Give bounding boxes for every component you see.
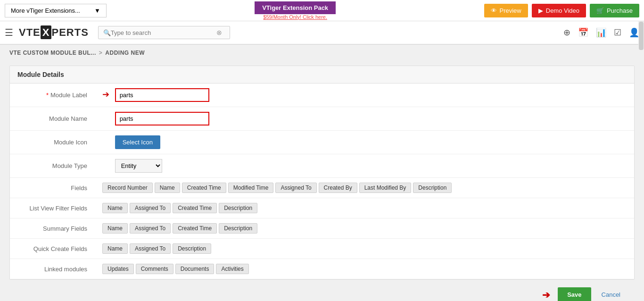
- summary-fields-row: Summary Fields Name Assigned To Created …: [10, 218, 634, 239]
- fields-row: Fields Record Number Name Created Time M…: [10, 178, 634, 198]
- list-view-filter-tag-group: Name Assigned To Created Time Descriptio…: [102, 203, 627, 213]
- module-type-label: Module Type: [10, 154, 95, 178]
- search-icon: 🔍: [103, 29, 111, 36]
- module-icon-cell: ➔ Select Icon: [95, 131, 634, 154]
- preview-icon: 👁: [491, 7, 497, 14]
- tag-created-by: Created By: [319, 183, 357, 193]
- sf-tag-name: Name: [102, 223, 128, 234]
- fields-label: Fields: [10, 178, 95, 198]
- list-view-filter-label: List View Filter Fields: [10, 198, 95, 218]
- banner-left: More vTiger Extensions... ▼: [5, 4, 107, 17]
- quick-create-fields-label: Quick Create Fields: [10, 239, 95, 259]
- user-icon[interactable]: 👤: [629, 27, 639, 38]
- lvf-tag-description: Description: [219, 203, 257, 213]
- purchase-label: Purchase: [607, 7, 633, 14]
- module-icon-label: Module Icon: [10, 131, 95, 154]
- demo-video-button[interactable]: ▶ Demo Video: [532, 4, 586, 17]
- fields-cell: Record Number Name Created Time Modified…: [95, 178, 634, 198]
- qc-tag-assigned-to: Assigned To: [130, 243, 171, 254]
- search-bar[interactable]: 🔍 ⊗: [98, 26, 230, 39]
- extensions-dropdown[interactable]: More vTiger Extensions... ▼: [5, 4, 107, 17]
- module-name-label: Module Name: [10, 107, 95, 131]
- module-label-row: *Module Label ➔: [10, 84, 634, 107]
- banner-right: 👁 Preview ▶ Demo Video 🛒 Purchase: [484, 4, 639, 17]
- main-nav: ☰ VTEXPERTS 🔍 ⊗ ⊕ 📅 📊 ☑ 👤: [0, 21, 644, 45]
- tag-assigned-to: Assigned To: [275, 183, 316, 193]
- qc-tag-description: Description: [173, 243, 211, 254]
- linked-modules-cell: Updates Comments Documents Activities: [95, 259, 634, 279]
- calendar-icon[interactable]: 📅: [578, 27, 588, 38]
- summary-fields-tag-group: Name Assigned To Created Time Descriptio…: [102, 223, 627, 234]
- dropdown-arrow-icon: ▼: [94, 7, 100, 14]
- module-type-cell: ➔ Entity: [95, 154, 634, 178]
- lvf-tag-assigned-to: Assigned To: [130, 203, 171, 213]
- purchase-button[interactable]: 🛒 Purchase: [590, 4, 639, 17]
- summary-fields-cell: Name Assigned To Created Time Descriptio…: [95, 218, 634, 239]
- tag-name: Name: [155, 183, 180, 193]
- module-name-row: Module Name ➔: [10, 107, 634, 131]
- scrollbar-track[interactable]: [638, 21, 644, 301]
- extension-pack-promo: VTiger Extension Pack $59/Month Only! Cl…: [255, 1, 336, 20]
- module-label-label: *Module Label: [10, 84, 95, 107]
- preview-button[interactable]: 👁 Preview: [484, 4, 528, 17]
- tasks-icon[interactable]: ☑: [614, 27, 621, 38]
- sf-tag-created-time: Created Time: [173, 223, 217, 234]
- scrollbar-thumb[interactable]: [639, 22, 644, 50]
- extension-pack-subtext: $59/Month Only! Click here.: [263, 14, 327, 20]
- tag-modified-time: Modified Time: [228, 183, 274, 193]
- linked-modules-tag-group: Updates Comments Documents Activities: [102, 264, 627, 274]
- quick-create-tag-group: Name Assigned To Description: [102, 243, 627, 254]
- cancel-button[interactable]: Cancel: [597, 287, 625, 301]
- chart-icon[interactable]: 📊: [596, 27, 606, 38]
- module-card: Module Details *Module Label ➔ Module Na…: [9, 66, 635, 280]
- tag-description: Description: [413, 183, 452, 193]
- demo-icon: ▶: [538, 7, 543, 14]
- extension-pack-button[interactable]: VTiger Extension Pack: [255, 1, 336, 14]
- module-label-input[interactable]: [115, 88, 209, 102]
- required-star: *: [46, 92, 49, 99]
- main-content: Module Details *Module Label ➔ Module Na…: [0, 61, 644, 301]
- breadcrumb-current: Adding new: [105, 50, 145, 56]
- search-input[interactable]: [111, 29, 215, 36]
- lm-tag-activities: Activities: [216, 264, 248, 274]
- extensions-dropdown-label: More vTiger Extensions...: [11, 7, 80, 14]
- sf-tag-description: Description: [219, 223, 257, 234]
- tag-last-modified-by: Last Modified By: [359, 183, 412, 193]
- select-icon-button[interactable]: Select Icon: [115, 135, 160, 149]
- purchase-icon: 🛒: [596, 7, 604, 14]
- breadcrumb-separator: >: [99, 50, 103, 56]
- lvf-tag-name: Name: [102, 203, 128, 213]
- qc-tag-name: Name: [102, 243, 128, 254]
- tag-record-number: Record Number: [102, 183, 153, 193]
- hamburger-icon[interactable]: ☰: [5, 27, 13, 38]
- lm-tag-documents: Documents: [175, 264, 215, 274]
- breadcrumb-parent[interactable]: VTE CUSTOM MODULE BUL...: [9, 50, 96, 56]
- module-label-arrow: ➔: [102, 89, 109, 100]
- module-icon-row: Module Icon ➔ Select Icon: [10, 131, 634, 154]
- top-banner: More vTiger Extensions... ▼ VTiger Exten…: [0, 0, 644, 21]
- save-arrow-icon: ➔: [542, 289, 550, 301]
- module-type-select[interactable]: Entity: [115, 159, 162, 173]
- list-view-filter-row: List View Filter Fields Name Assigned To…: [10, 198, 634, 218]
- logo-perts: PERTS: [51, 26, 88, 38]
- module-form-table: *Module Label ➔ Module Name ➔ Module Ico…: [10, 84, 634, 279]
- tag-created-time: Created Time: [182, 183, 226, 193]
- quick-create-fields-cell: Name Assigned To Description: [95, 239, 634, 259]
- save-button[interactable]: Save: [558, 287, 591, 301]
- module-card-header: Module Details: [10, 66, 634, 84]
- breadcrumb: VTE CUSTOM MODULE BUL... > Adding new: [0, 45, 644, 61]
- list-view-filter-cell: Name Assigned To Created Time Descriptio…: [95, 198, 634, 218]
- clear-search-icon[interactable]: ⊗: [216, 29, 222, 36]
- lvf-tag-created-time: Created Time: [173, 203, 217, 213]
- demo-label: Demo Video: [546, 7, 579, 14]
- quick-create-fields-row: Quick Create Fields Name Assigned To Des…: [10, 239, 634, 259]
- module-name-input[interactable]: [115, 112, 209, 125]
- logo-x: X: [41, 25, 52, 39]
- lm-tag-comments: Comments: [136, 264, 173, 274]
- lm-tag-updates: Updates: [102, 264, 134, 274]
- add-icon[interactable]: ⊕: [563, 27, 570, 38]
- summary-fields-label: Summary Fields: [10, 218, 95, 239]
- fields-tag-group: Record Number Name Created Time Modified…: [102, 183, 627, 193]
- bottom-actions: ➔ Save Cancel: [9, 280, 635, 301]
- nav-right-icons: ⊕ 📅 📊 ☑ 👤: [563, 27, 639, 38]
